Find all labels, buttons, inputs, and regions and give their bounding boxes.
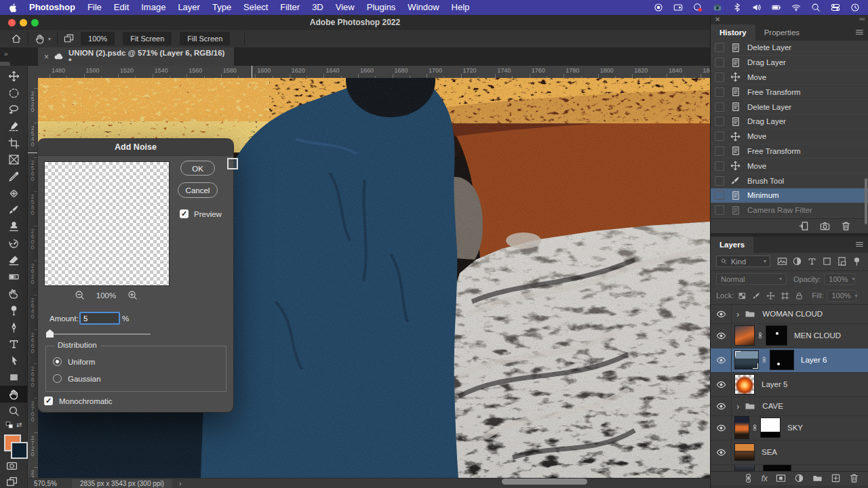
layer-thumbnail[interactable] (734, 374, 755, 394)
new-snapshot-icon[interactable] (820, 221, 830, 231)
layer-row[interactable]: Layer 6 (711, 348, 868, 373)
history-source-well[interactable] (715, 176, 724, 186)
layer-row[interactable]: Layer 5 (711, 373, 868, 397)
layer-mask-thumbnail[interactable] (766, 325, 787, 346)
control-center-icon[interactable] (831, 3, 840, 12)
history-state[interactable]: Free Transform (711, 144, 868, 159)
history-source-well[interactable] (715, 205, 724, 215)
home-icon[interactable] (11, 33, 22, 44)
stop-record-icon[interactable] (654, 3, 663, 12)
preview-checkbox[interactable]: ✓ Preview (180, 209, 222, 218)
history-state[interactable]: Delete Layer (711, 100, 868, 115)
history-source-well[interactable] (715, 73, 724, 82)
type-tool[interactable] (0, 336, 27, 352)
background-color-swatch[interactable] (11, 442, 28, 459)
history-source-well[interactable] (715, 117, 724, 126)
history-state[interactable]: Drag Layer (711, 115, 868, 129)
fill-dropdown[interactable]: 100% ▾ (827, 290, 856, 302)
ok-button[interactable]: OK (180, 161, 215, 176)
link-layers-icon[interactable] (743, 473, 753, 483)
visibility-toggle[interactable] (711, 348, 732, 372)
panel-menu-icon[interactable] (855, 28, 864, 37)
screen-mode-icon[interactable] (6, 476, 18, 488)
history-brush-tool[interactable] (0, 235, 27, 252)
lock-position-icon[interactable] (766, 291, 775, 300)
dodge-tool[interactable] (0, 302, 27, 319)
clone-stamp-tool[interactable] (0, 218, 27, 235)
document-info[interactable]: 2835 px x 3543 px (300 ppi) (72, 479, 172, 488)
history-state[interactable]: Drag Layer (711, 56, 868, 70)
history-state[interactable]: Free Transform (711, 85, 868, 100)
move-tool[interactable] (0, 68, 27, 85)
zoom-out-icon[interactable] (75, 290, 85, 300)
fit-screen-button[interactable]: Fit Screen (123, 32, 172, 45)
image-filter-icon[interactable] (777, 256, 787, 266)
menu-window[interactable]: Window (401, 0, 445, 15)
tab-properties[interactable]: Properties (755, 24, 808, 41)
history-source-well[interactable] (715, 190, 724, 200)
tab-history[interactable]: History (711, 24, 755, 41)
opacity-dropdown[interactable]: 100% ▾ (824, 273, 855, 285)
clock-icon[interactable] (850, 3, 860, 12)
horizontal-scrollbar[interactable] (502, 479, 587, 485)
filter-toggle-icon[interactable] (852, 256, 862, 266)
screen-mirroring-icon[interactable] (693, 3, 703, 12)
layer-thumbnail[interactable] (734, 325, 755, 346)
shape-filter-icon[interactable] (822, 256, 832, 266)
amount-slider-thumb[interactable] (46, 329, 54, 338)
menu-edit[interactable]: Edit (108, 0, 135, 15)
history-source-well[interactable] (715, 87, 724, 97)
lock-all-icon[interactable] (795, 291, 804, 300)
layer-style-icon[interactable]: fx (762, 474, 768, 483)
chevron-right-icon[interactable]: › (736, 401, 739, 411)
history-state[interactable]: Brush Tool (711, 174, 868, 188)
type-filter-icon[interactable] (807, 256, 817, 266)
pen-tool[interactable] (0, 319, 27, 336)
history-source-well[interactable] (715, 43, 724, 52)
cancel-button[interactable]: Cancel (178, 182, 218, 198)
delete-state-icon[interactable] (841, 221, 851, 231)
status-chevron-icon[interactable]: › (179, 480, 181, 487)
layer-group-row[interactable]: ›WOMAN CLOUD (711, 305, 868, 324)
bluetooth-icon[interactable] (732, 3, 742, 12)
menu-image[interactable]: Image (135, 0, 172, 15)
history-source-well[interactable] (715, 102, 724, 112)
smart-object-filter-icon[interactable] (837, 256, 847, 266)
add-mask-icon[interactable] (776, 473, 786, 483)
kind-filter-dropdown[interactable]: Kind ▾ (716, 256, 770, 267)
visibility-toggle[interactable] (711, 373, 732, 396)
wifi-icon[interactable] (791, 3, 801, 12)
history-state[interactable]: Move (711, 159, 868, 174)
history-state[interactable]: Delete Layer (711, 41, 868, 56)
healing-brush-tool[interactable] (0, 185, 27, 202)
path-selection-tool[interactable] (0, 352, 27, 369)
history-source-well[interactable] (715, 146, 724, 156)
panel-menu-icon[interactable] (855, 240, 864, 249)
object-selection-tool[interactable] (0, 118, 27, 135)
lock-transparency-icon[interactable] (738, 291, 747, 300)
menu-select[interactable]: Select (237, 0, 274, 15)
eraser-tool[interactable] (0, 252, 27, 269)
volume-icon[interactable] (752, 3, 762, 12)
menu-photoshop[interactable]: Photoshop (29, 0, 81, 15)
history-state[interactable]: Move (711, 129, 868, 144)
monochromatic-checkbox[interactable]: ✓ Monochromatic (44, 396, 113, 405)
double-chevron-right-icon[interactable]: » (4, 50, 7, 58)
layer-mask-thumbnail[interactable] (760, 418, 781, 438)
blend-mode-dropdown[interactable]: Normal ▾ (716, 273, 787, 285)
history-source-well[interactable] (715, 161, 724, 171)
lock-paint-icon[interactable] (752, 291, 761, 300)
lasso-tool[interactable] (0, 101, 27, 118)
layer-thumbnail[interactable] (734, 350, 759, 369)
menu-type[interactable]: Type (206, 0, 237, 15)
layer-row[interactable]: SEA (711, 441, 868, 465)
menu-plugins[interactable]: Plugins (361, 0, 402, 15)
layer-group-row[interactable]: ›CAVE (711, 397, 868, 416)
swap-colors-icon[interactable]: ⇄ (16, 421, 22, 428)
menu-filter[interactable]: Filter (274, 0, 306, 15)
window-arrange-icon[interactable] (64, 34, 74, 44)
visibility-toggle[interactable] (711, 397, 732, 415)
layer-row[interactable]: SKY (711, 416, 868, 441)
chevron-right-icon[interactable]: › (736, 309, 739, 319)
zoom-100-button[interactable]: 100% (81, 32, 115, 45)
